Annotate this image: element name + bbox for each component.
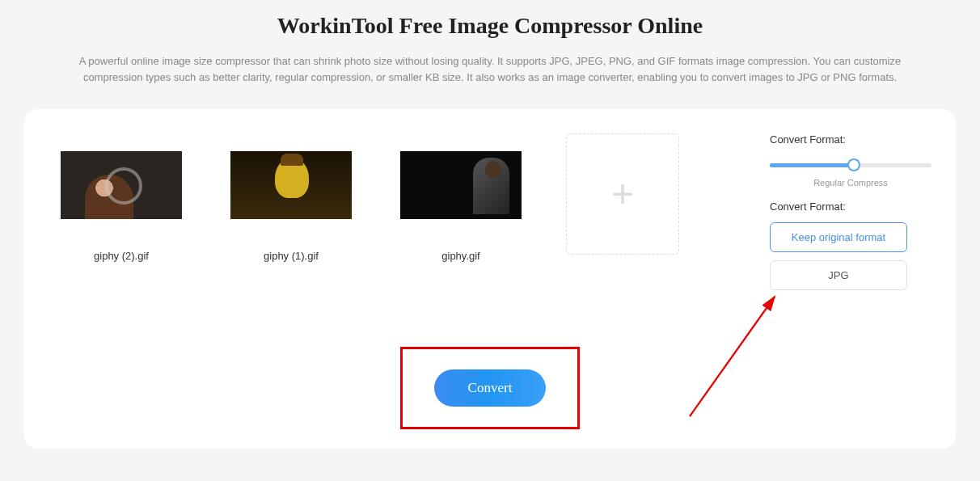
thumbnail-image (230, 151, 352, 219)
options-sidebar: Convert Format: Regular Compress Convert… (770, 133, 931, 298)
file-thumbnails: giphy (2).gif giphy (1).gif giphy.gif + (49, 133, 754, 262)
file-name: giphy (2).gif (49, 250, 194, 262)
file-name: giphy (1).gif (218, 250, 364, 262)
file-item[interactable]: giphy (1).gif (218, 133, 364, 262)
format-option-keep[interactable]: Keep original format (770, 222, 907, 252)
file-item[interactable]: giphy (2).gif (49, 133, 194, 262)
page-title: WorkinTool Free Image Compressor Online (0, 13, 980, 39)
slider-value-label: Regular Compress (770, 178, 931, 188)
format-label: Convert Format: (770, 200, 931, 213)
slider-thumb[interactable] (847, 158, 860, 171)
compress-label: Convert Format: (770, 133, 931, 146)
main-card: giphy (2).gif giphy (1).gif giphy.gif + … (24, 109, 956, 449)
add-file-button[interactable]: + (566, 133, 679, 255)
slider-fill (770, 163, 852, 167)
thumbnail-image (61, 151, 182, 219)
convert-area: Convert (400, 347, 580, 429)
file-item[interactable]: giphy.gif (388, 133, 534, 262)
file-name: giphy.gif (388, 250, 534, 262)
page-description: A powerful online image size compressor … (49, 53, 931, 85)
compress-slider[interactable] (770, 157, 931, 175)
format-option-jpg[interactable]: JPG (770, 260, 907, 290)
thumbnail-image (400, 151, 522, 219)
plus-icon: + (611, 175, 634, 213)
convert-button[interactable]: Convert (434, 369, 547, 407)
